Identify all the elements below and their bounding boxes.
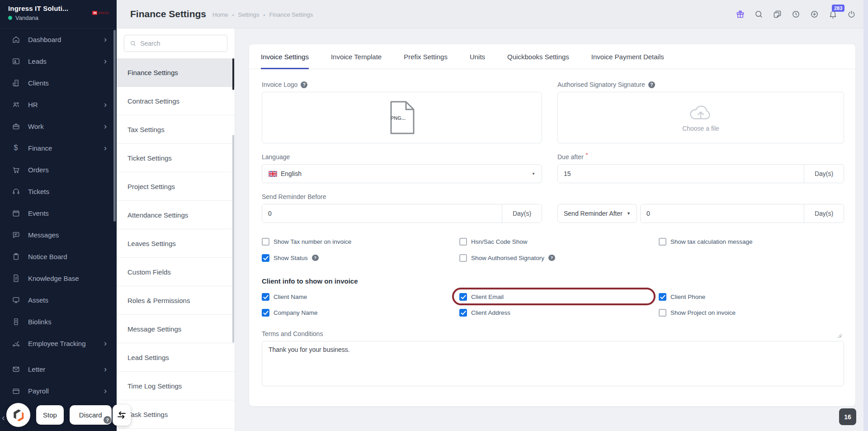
checkbox-company-name[interactable]: Company Name bbox=[262, 307, 459, 318]
checkbox-show-auth-signatory[interactable]: Show Authorised Signatory bbox=[459, 252, 659, 264]
settings-item-message[interactable]: Message Settings bbox=[117, 315, 235, 343]
clock-icon[interactable] bbox=[791, 9, 801, 19]
send-after-dropdown[interactable]: Send Reminder After bbox=[557, 204, 637, 223]
sidebar-item-tickets[interactable]: Tickets bbox=[0, 180, 117, 202]
checkbox-box[interactable] bbox=[459, 254, 467, 262]
tab-units[interactable]: Units bbox=[470, 44, 485, 69]
sidebar-item-payroll[interactable]: Payroll bbox=[0, 380, 117, 402]
plus-icon[interactable] bbox=[809, 9, 819, 19]
help-icon[interactable] bbox=[312, 255, 319, 261]
checkbox-box[interactable] bbox=[659, 293, 666, 301]
checkbox-client-email[interactable]: Client Email bbox=[459, 291, 659, 303]
gift-icon[interactable] bbox=[735, 9, 745, 19]
checkbox-client-address[interactable]: Client Address bbox=[459, 307, 659, 318]
send-before-input[interactable] bbox=[262, 204, 502, 223]
tab-invoice-payment[interactable]: Invoice Payment Details bbox=[591, 44, 664, 69]
help-badge-icon[interactable] bbox=[104, 416, 111, 424]
sidebar-scrollbar-thumb[interactable] bbox=[113, 30, 116, 222]
sidebar-item-biolinks[interactable]: Biolinks bbox=[0, 311, 117, 332]
settings-item-roles[interactable]: Roles & Permissions bbox=[117, 286, 235, 315]
checkbox-hsn-sac[interactable]: Hsn/Sac Code Show bbox=[459, 236, 659, 247]
recorder-logo-button[interactable] bbox=[6, 403, 30, 427]
language-label: Language bbox=[262, 153, 290, 161]
wallet-icon bbox=[11, 386, 20, 395]
checkbox-box[interactable] bbox=[459, 293, 467, 301]
checkbox-client-phone[interactable]: Client Phone bbox=[659, 291, 844, 303]
checkbox-show-status[interactable]: Show Status bbox=[262, 252, 459, 264]
page-scrollbar[interactable] bbox=[863, 0, 868, 431]
help-icon[interactable] bbox=[301, 81, 307, 88]
checkbox-box[interactable] bbox=[262, 238, 269, 246]
checkbox-box[interactable] bbox=[659, 238, 666, 246]
swap-panels-button[interactable] bbox=[113, 405, 131, 426]
sidebar-item-letter[interactable]: Letter bbox=[0, 358, 117, 380]
sidebar-item-dashboard[interactable]: Dashboard bbox=[0, 28, 117, 50]
settings-item-contract[interactable]: Contract Settings bbox=[117, 87, 235, 115]
clipboard-icon bbox=[11, 252, 20, 261]
chevron-right-icon bbox=[104, 122, 107, 130]
help-icon[interactable] bbox=[648, 81, 655, 88]
settings-item-time-log[interactable]: Time Log Settings bbox=[117, 372, 235, 400]
settings-item-attendance[interactable]: Attendance Settings bbox=[117, 201, 235, 229]
sidebar-item-employee-tracking[interactable]: Employee Tracking bbox=[0, 332, 117, 354]
days-suffix: Day(s) bbox=[804, 204, 844, 223]
notes-icon[interactable] bbox=[772, 9, 782, 19]
resize-handle-icon[interactable] bbox=[838, 334, 842, 338]
checkbox-box[interactable] bbox=[459, 309, 467, 317]
signature-upload[interactable]: Choose a file bbox=[557, 92, 844, 143]
language-select[interactable]: English bbox=[262, 164, 542, 183]
checkbox-show-project[interactable]: Show Project on invoice bbox=[659, 307, 844, 318]
settings-item-lead[interactable]: Lead Settings bbox=[117, 343, 235, 372]
sidebar-item-notice-board[interactable]: Notice Board bbox=[0, 246, 117, 267]
search-icon[interactable] bbox=[754, 9, 764, 19]
checkbox-box[interactable] bbox=[262, 309, 269, 317]
invoice-logo-upload[interactable]: PNG... bbox=[262, 92, 542, 143]
settings-item-finance[interactable]: Finance Settings bbox=[117, 58, 235, 87]
settings-item-tax[interactable]: Tax Settings bbox=[117, 115, 235, 144]
help-icon[interactable] bbox=[548, 255, 555, 261]
settings-item-project[interactable]: Project Settings bbox=[117, 172, 235, 201]
checkbox-client-name[interactable]: Client Name bbox=[262, 291, 459, 303]
bell-icon[interactable]: 283 bbox=[828, 9, 838, 19]
send-after-input[interactable] bbox=[641, 204, 804, 223]
settings-item-task[interactable]: Task Settings bbox=[117, 400, 235, 429]
menu-scrollbar-thumb[interactable] bbox=[232, 135, 234, 343]
sidebar-item-leads[interactable]: Leads bbox=[0, 50, 117, 72]
terms-textarea[interactable]: Thank you for your business. bbox=[262, 341, 844, 386]
sidebar-item-events[interactable]: Events bbox=[0, 202, 117, 224]
checkbox-show-tax-number[interactable]: Show Tax number on invoice bbox=[262, 236, 459, 247]
sidebar-item-messages[interactable]: Messages bbox=[0, 224, 117, 246]
sidebar-item-hr[interactable]: HR bbox=[0, 94, 117, 115]
sidebar-item-assets[interactable]: Assets bbox=[0, 289, 117, 311]
due-after-group: Day(s) bbox=[557, 164, 844, 183]
menu-scrollbar-thumb-dark[interactable] bbox=[232, 58, 234, 90]
tab-quickbooks[interactable]: Quickbooks Settings bbox=[507, 44, 569, 69]
tab-prefix-settings[interactable]: Prefix Settings bbox=[404, 44, 448, 69]
power-icon[interactable] bbox=[846, 9, 856, 19]
status-dot bbox=[8, 16, 12, 20]
sidebar-item-work[interactable]: Work bbox=[0, 115, 117, 137]
sidebar-item-clients[interactable]: Clients bbox=[0, 72, 117, 94]
sidebar-item-finance[interactable]: Finance bbox=[0, 137, 117, 159]
breadcrumb-settings[interactable]: Settings bbox=[238, 11, 259, 18]
settings-item-leaves[interactable]: Leaves Settings bbox=[117, 229, 235, 258]
sidebar-collapse-icon[interactable] bbox=[2, 412, 5, 423]
checkbox-box[interactable] bbox=[659, 309, 666, 317]
tab-invoice-template[interactable]: Invoice Template bbox=[331, 44, 382, 69]
settings-item-custom-fields[interactable]: Custom Fields bbox=[117, 258, 235, 286]
home-icon bbox=[11, 35, 20, 44]
checkbox-show-tax-calc[interactable]: Show tax calculation message bbox=[659, 236, 844, 247]
stop-button[interactable]: Stop bbox=[36, 405, 64, 425]
sidebar-item-knowledge-base[interactable]: Knowledge Base bbox=[0, 267, 117, 289]
checkbox-box[interactable] bbox=[262, 293, 269, 301]
workspace-header[interactable]: Ingress IT Soluti... Vandana IN GRESS bbox=[0, 0, 117, 28]
breadcrumb-home[interactable]: Home bbox=[212, 11, 228, 18]
tab-invoice-settings[interactable]: Invoice Settings bbox=[261, 44, 309, 69]
sidebar-item-orders[interactable]: Orders bbox=[0, 159, 117, 180]
settings-search-input[interactable] bbox=[140, 40, 222, 47]
settings-item-ticket[interactable]: Ticket Settings bbox=[117, 144, 235, 172]
checkbox-box[interactable] bbox=[262, 254, 269, 262]
due-after-input[interactable] bbox=[558, 165, 804, 183]
settings-search[interactable] bbox=[124, 35, 227, 52]
checkbox-box[interactable] bbox=[459, 238, 467, 246]
